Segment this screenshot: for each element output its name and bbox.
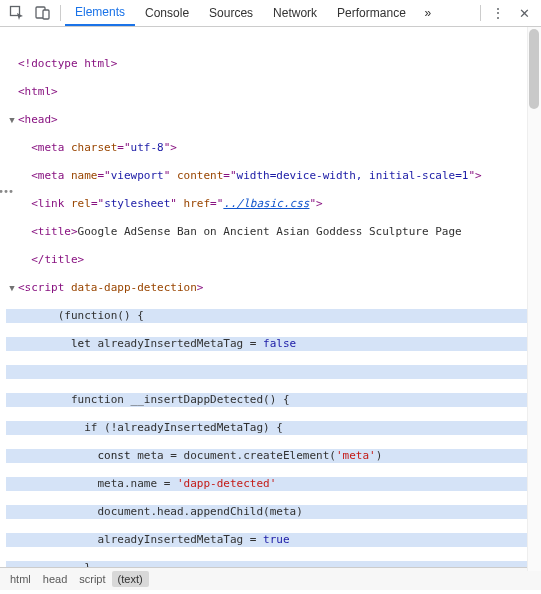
crumb-html[interactable]: html [4,571,37,587]
inspect-icon [9,5,25,21]
crumb-script[interactable]: script [73,571,111,587]
device-toolbar-button[interactable] [30,1,56,25]
tab-sources[interactable]: Sources [199,0,263,26]
close-icon: ✕ [519,6,530,21]
device-icon [35,5,51,21]
scrollbar-track[interactable] [527,27,541,571]
line-actions-icon[interactable]: ••• [0,185,13,199]
settings-button[interactable]: ⋮ [485,1,511,25]
svg-rect-2 [43,10,49,19]
more-tabs-button[interactable]: » [416,6,440,20]
toolbar-separator [480,5,481,21]
crumb-text[interactable]: (text) [112,571,149,587]
close-devtools-button[interactable]: ✕ [511,1,537,25]
tab-elements[interactable]: Elements [65,0,135,26]
toolbar-separator [60,5,61,21]
inspect-element-button[interactable] [4,1,30,25]
devtools-toolbar: Elements Console Sources Network Perform… [0,0,541,27]
selected-node[interactable]: (function() { [6,309,541,323]
disclosure-triangle-icon[interactable]: ▼ [9,113,14,127]
kebab-icon: ⋮ [491,5,505,21]
panel-tabs: Elements Console Sources Network Perform… [65,0,476,26]
tab-network[interactable]: Network [263,0,327,26]
disclosure-triangle-icon[interactable]: ▼ [9,281,14,295]
crumb-head[interactable]: head [37,571,73,587]
tab-console[interactable]: Console [135,0,199,26]
elements-dom-tree[interactable]: ••• <!doctype html> <html> ▼<head> <meta… [0,27,541,567]
tab-performance[interactable]: Performance [327,0,416,26]
dom-breadcrumb: html head script (text) [0,567,541,590]
chevron-right-icon: » [424,6,431,20]
scrollbar-thumb[interactable] [529,29,539,109]
